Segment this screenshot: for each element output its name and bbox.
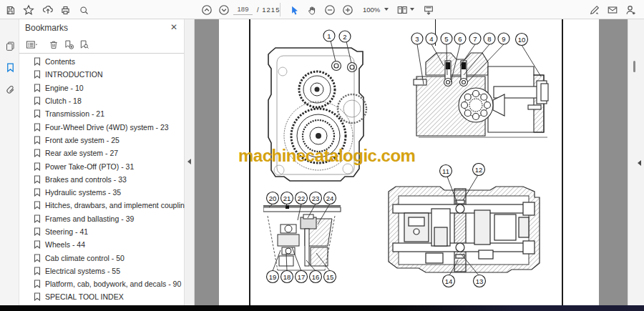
callout-2: 2 bbox=[339, 31, 351, 42]
bookmark-ribbon-icon bbox=[34, 240, 41, 249]
fit-page-icon[interactable] bbox=[396, 4, 409, 16]
attachments-icon[interactable] bbox=[4, 82, 16, 95]
share-person-icon[interactable] bbox=[624, 4, 637, 16]
new-bookmark-icon[interactable] bbox=[62, 38, 75, 51]
svg-text:6: 6 bbox=[458, 35, 462, 43]
bookmark-item[interactable]: Rear axle system - 27 bbox=[19, 147, 184, 159]
bookmark-ribbon-icon bbox=[34, 109, 41, 118]
panel-splitter[interactable] bbox=[185, 19, 195, 305]
bookmark-item[interactable]: Engine - 10 bbox=[19, 82, 184, 94]
bookmark-item[interactable]: Hydraulic systems - 35 bbox=[19, 186, 184, 199]
bookmark-item-label: Clutch - 18 bbox=[45, 97, 82, 105]
bookmark-item[interactable]: Four-Wheel Drive (4WD) system - 23 bbox=[19, 120, 184, 133]
hand-tool-icon[interactable] bbox=[306, 4, 318, 16]
collapse-tools-arrow-icon[interactable] bbox=[638, 160, 641, 166]
bookmark-item[interactable]: Power Take-Off (PTO) - 31 bbox=[19, 159, 184, 172]
bookmark-ribbon-icon bbox=[34, 292, 41, 301]
close-panel-icon[interactable]: ✕ bbox=[170, 22, 177, 32]
scrollbar-thumb[interactable] bbox=[633, 61, 635, 72]
bookmark-ribbon-icon bbox=[34, 267, 41, 275]
fill-sign-icon[interactable] bbox=[588, 4, 601, 16]
bookmark-options-icon[interactable] bbox=[25, 38, 38, 51]
svg-text:8: 8 bbox=[487, 35, 491, 43]
print-icon[interactable] bbox=[59, 4, 72, 16]
callout-5: 5 bbox=[441, 33, 452, 44]
svg-text:16: 16 bbox=[312, 273, 320, 281]
bookmark-ribbon-icon bbox=[34, 162, 41, 171]
find-current-bookmark-icon[interactable] bbox=[77, 38, 90, 51]
star-favorite-icon[interactable] bbox=[22, 4, 35, 16]
callout-13: 13 bbox=[474, 275, 486, 287]
bookmark-item[interactable]: Wheels - 44 bbox=[19, 238, 184, 251]
bookmark-item[interactable]: Clutch - 18 bbox=[19, 94, 184, 107]
top-toolbar: / 1215 100% bbox=[0, 0, 644, 19]
svg-text:19: 19 bbox=[269, 273, 277, 281]
search-icon[interactable] bbox=[77, 4, 90, 16]
bookmark-item[interactable]: Steering - 41 bbox=[19, 225, 184, 238]
svg-text:20: 20 bbox=[269, 194, 277, 202]
bookmark-item-label: Wheels - 44 bbox=[45, 240, 85, 249]
callout-8: 8 bbox=[484, 33, 495, 44]
bookmark-item[interactable]: Transmission - 21 bbox=[19, 107, 184, 120]
presentation-mode-icon[interactable] bbox=[422, 4, 435, 16]
bookmark-item[interactable]: Platform, cab, bodywork, and decals - 90 bbox=[19, 277, 184, 290]
svg-text:1: 1 bbox=[327, 32, 331, 40]
callout-20: 20 bbox=[267, 192, 279, 204]
zoom-level-label[interactable]: 100% bbox=[363, 6, 380, 14]
svg-text:13: 13 bbox=[476, 277, 484, 285]
bookmark-item-label: Front axle system - 25 bbox=[45, 136, 119, 144]
collapse-panel-arrow-icon[interactable] bbox=[187, 159, 191, 164]
callout-10: 10 bbox=[516, 34, 528, 46]
zoom-in-icon[interactable] bbox=[341, 4, 354, 16]
callout-9: 9 bbox=[498, 33, 509, 44]
zoom-dropdown-caret-icon[interactable] bbox=[384, 8, 389, 11]
callout-1: 1 bbox=[323, 30, 335, 41]
cloud-upload-icon[interactable] bbox=[42, 4, 54, 16]
save-icon[interactable] bbox=[4, 4, 16, 16]
zoom-out-icon[interactable] bbox=[323, 4, 336, 16]
callout-18: 18 bbox=[281, 271, 293, 283]
bookmark-ribbon-icon bbox=[34, 214, 41, 223]
svg-text:14: 14 bbox=[445, 277, 453, 285]
bookmark-ribbon-icon bbox=[34, 57, 41, 66]
page-number-input[interactable] bbox=[233, 4, 253, 15]
svg-text:11: 11 bbox=[442, 167, 449, 175]
toolbar-separator bbox=[280, 3, 280, 16]
bookmark-item[interactable]: Electrical systems - 55 bbox=[19, 265, 184, 277]
callout-21: 21 bbox=[281, 192, 293, 204]
bookmark-item-label: Four-Wheel Drive (4WD) system - 23 bbox=[45, 123, 169, 132]
svg-text:12: 12 bbox=[475, 166, 483, 174]
bookmark-item[interactable]: SPECIAL TOOL INDEX bbox=[19, 290, 184, 303]
email-icon[interactable] bbox=[606, 4, 619, 16]
callout-12: 12 bbox=[473, 164, 485, 176]
previous-page-icon[interactable] bbox=[200, 4, 213, 16]
svg-text:18: 18 bbox=[283, 273, 291, 281]
bookmark-ribbon-icon bbox=[34, 254, 41, 262]
next-page-icon[interactable] bbox=[218, 4, 230, 16]
bookmarks-toolbar bbox=[19, 35, 184, 54]
vertical-scrollbar[interactable] bbox=[628, 19, 644, 305]
bookmarks-panel-icon[interactable] bbox=[4, 61, 16, 74]
diagram-pto-cross-section: 3 4 5 6 7 8 9 10 bbox=[408, 32, 551, 147]
select-tool-icon[interactable] bbox=[288, 4, 301, 16]
bookmark-item[interactable]: Cab climate control - 50 bbox=[19, 251, 184, 264]
bookmark-item-label: Hydraulic systems - 35 bbox=[45, 188, 121, 197]
bookmark-item[interactable]: Front axle system - 25 bbox=[19, 134, 184, 147]
bookmark-item[interactable]: Frames and ballasting - 39 bbox=[19, 212, 184, 225]
callout-19: 19 bbox=[267, 271, 279, 283]
bookmark-ribbon-icon bbox=[34, 227, 41, 236]
pdf-viewer-window: / 1215 100% bbox=[0, 0, 644, 311]
fit-dropdown-caret-icon[interactable] bbox=[410, 8, 414, 11]
document-viewport[interactable]: 1 2 bbox=[195, 19, 628, 305]
bookmark-ribbon-icon bbox=[34, 201, 41, 209]
bookmark-item[interactable]: INTRODUCTION bbox=[19, 68, 184, 81]
bookmark-item[interactable]: Hitches, drawbars, and implement couplin… bbox=[19, 199, 184, 212]
callout-7: 7 bbox=[469, 33, 481, 44]
delete-bookmark-icon[interactable] bbox=[47, 38, 60, 51]
page-thumbnails-icon[interactable] bbox=[4, 39, 16, 52]
bookmark-item-label: Engine - 10 bbox=[45, 84, 84, 92]
svg-text:15: 15 bbox=[326, 273, 334, 281]
bookmark-item[interactable]: Contents bbox=[19, 55, 184, 68]
watermark-text: machinecatalogic.com bbox=[238, 146, 415, 166]
bookmark-item[interactable]: Brakes and controls - 33 bbox=[19, 173, 184, 186]
